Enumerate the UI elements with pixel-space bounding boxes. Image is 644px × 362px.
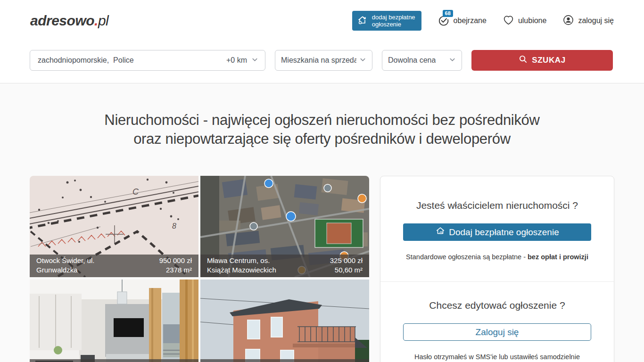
- chevron-down-icon: [359, 56, 366, 65]
- listings-grid: C 8 Otwock Świder, ul. Grunwaldzka 950 0…: [30, 176, 369, 362]
- edit-section-heading: Chcesz edytować ogłoszenie ?: [403, 300, 591, 311]
- add-free-listing-button[interactable]: Dodaj bezpłatne ogłoszenie: [403, 223, 591, 241]
- header: adresowo.pl dodaj bezpłatne ogłoszenie: [0, 0, 644, 41]
- location-field: +0 km: [30, 50, 265, 71]
- add-free-listing-label: Dodaj bezpłatne ogłoszenie: [449, 227, 559, 238]
- owner-section-note: Standardowe ogłoszenia są bezpłatne - be…: [403, 253, 591, 261]
- listing-price: 950 000 zł: [159, 256, 192, 265]
- apartment-interior-image: [30, 280, 198, 362]
- listing-caption: Milejów Osada 750 000 zł: [200, 359, 369, 362]
- chevron-down-icon: [251, 56, 258, 65]
- listing-caption: Mława Centrum, os. Książąt Mazowieckich …: [200, 255, 369, 277]
- house-exterior-image: [200, 280, 369, 362]
- location-input[interactable]: [37, 56, 222, 65]
- logo[interactable]: adresowo.pl: [30, 13, 108, 29]
- page-title-line1: Nieruchomości - najwięcej ogłoszeń nieru…: [0, 111, 644, 130]
- listing-location-line2: Książąt Mazowieckich: [207, 265, 276, 275]
- radius-dropdown[interactable]: +0 km: [226, 56, 258, 65]
- logo-main: adresowo: [30, 13, 94, 28]
- search-button[interactable]: SZUKAJ: [471, 50, 613, 71]
- edit-section-note: Hasło otrzymałeś w SMS'ie lub ustawiłeś …: [403, 353, 591, 361]
- category-select[interactable]: Mieszkania na sprzeda: [275, 50, 372, 71]
- favorites-link[interactable]: ulubione: [503, 14, 547, 28]
- heart-icon: [503, 14, 514, 28]
- viewed-count-badge: 68: [443, 10, 453, 17]
- listing-tile[interactable]: Gdańsk Morena, ul. 775 000 zł: [30, 280, 198, 362]
- search-icon: [519, 55, 528, 66]
- add-listing-button[interactable]: dodaj bezpłatne ogłoszenie: [352, 11, 421, 31]
- house-add-icon: [357, 15, 368, 27]
- search-bar: +0 km Mieszkania na sprzeda Dowolna cena…: [0, 41, 644, 83]
- logo-tld: pl: [98, 13, 108, 28]
- radius-value: +0 km: [226, 56, 247, 65]
- listing-area: 2378 m²: [159, 265, 192, 275]
- listing-caption: Otwock Świder, ul. Grunwaldzka 950 000 z…: [30, 255, 198, 277]
- viewed-label: obejrzane: [454, 16, 487, 25]
- listing-tile[interactable]: Milejów Osada 750 000 zł: [200, 280, 369, 362]
- listing-location-line1: Otwock Świder, ul.: [36, 256, 94, 265]
- page-title: Nieruchomości - najwięcej ogłoszeń nieru…: [0, 83, 644, 148]
- listing-area: 50,60 m²: [330, 265, 363, 275]
- circle-check-icon: 68: [438, 15, 450, 27]
- listing-location-line1: Mława Centrum, os.: [207, 256, 276, 265]
- category-value: Mieszkania na sprzeda: [281, 56, 356, 65]
- listing-tile[interactable]: Mława Centrum, os. Książąt Mazowieckich …: [200, 176, 369, 277]
- edit-section: Chcesz edytować ogłoszenie ? Zaloguj się…: [380, 282, 614, 362]
- header-actions: dodaj bezpłatne ogłoszenie 68 obejrzane …: [352, 11, 614, 31]
- logo-dot: .: [94, 13, 98, 28]
- login-link[interactable]: zaloguj się: [562, 14, 614, 28]
- page-title-line2: oraz niepowtarzające się oferty pośredni…: [0, 130, 644, 148]
- login-button[interactable]: Zaloguj się: [403, 323, 591, 341]
- search-button-label: SZUKAJ: [532, 56, 566, 65]
- add-listing-label: dodaj bezpłatne ogłoszenie: [372, 14, 415, 28]
- listing-caption: Gdańsk Morena, ul. 775 000 zł: [30, 359, 198, 362]
- owner-section-heading: Jesteś właścicielem nieruchomości ?: [403, 200, 591, 211]
- listing-price: 325 000 zł: [330, 256, 363, 265]
- listing-tile[interactable]: C 8 Otwock Świder, ul. Grunwaldzka 950 0…: [30, 176, 198, 277]
- svg-text:8: 8: [172, 222, 176, 230]
- house-add-icon: [435, 226, 446, 239]
- listing-location-line2: Grunwaldzka: [36, 265, 94, 275]
- sidebar-card: Jesteś właścicielem nieruchomości ? Doda…: [380, 176, 614, 362]
- svg-text:C: C: [132, 187, 139, 197]
- price-value: Dowolna cena: [388, 56, 436, 65]
- viewed-link[interactable]: 68 obejrzane: [438, 15, 487, 27]
- favorites-label: ulubione: [518, 16, 547, 25]
- login-label: zaloguj się: [578, 16, 614, 25]
- user-circle-icon: [562, 14, 574, 28]
- content-row: C 8 Otwock Świder, ul. Grunwaldzka 950 0…: [30, 176, 644, 362]
- price-select[interactable]: Dowolna cena: [382, 50, 462, 71]
- main-content: Nieruchomości - najwięcej ogłoszeń nieru…: [0, 83, 644, 362]
- owner-section: Jesteś właścicielem nieruchomości ? Doda…: [380, 176, 614, 281]
- chevron-down-icon: [449, 56, 456, 65]
